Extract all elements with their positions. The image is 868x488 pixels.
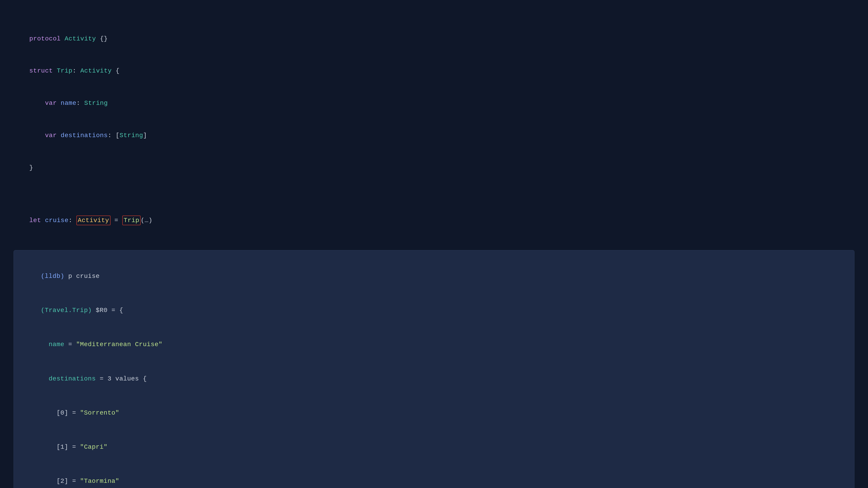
code-line-3: var name: String bbox=[13, 87, 855, 120]
type-trip: Trip bbox=[53, 67, 72, 74]
type-string-2: String bbox=[120, 132, 143, 139]
code-line-2: struct Trip: Activity { bbox=[13, 55, 855, 87]
type-string-1: String bbox=[84, 100, 108, 107]
debug-val-0: "Sorrento" bbox=[80, 410, 119, 416]
parens-ellipsis: (…) bbox=[141, 217, 152, 224]
code-line-5: } bbox=[13, 152, 855, 184]
type-activity: Activity bbox=[61, 35, 100, 42]
code-section: protocol Activity {} struct Trip: Activi… bbox=[13, 13, 855, 188]
colon-1: : bbox=[72, 67, 80, 74]
debug-eq-1: = bbox=[64, 341, 76, 348]
debug-indent-2 bbox=[41, 375, 49, 382]
braces-empty: {} bbox=[100, 35, 108, 42]
colon-2: : bbox=[76, 100, 84, 107]
keyword-let: let bbox=[29, 217, 41, 224]
debug-destinations-label: destinations bbox=[49, 375, 96, 382]
debug-line-5: [0] = "Sorrento" bbox=[25, 396, 843, 430]
keyword-struct: struct bbox=[29, 67, 53, 74]
let-section: let cruise: Activity = Trip(…) bbox=[13, 195, 855, 241]
debug-var: $R0 = { bbox=[92, 307, 123, 314]
keyword-var-1: var bbox=[45, 100, 57, 107]
debug-type: (Travel.Trip) bbox=[41, 307, 92, 314]
debug-line-4: destinations = 3 values { bbox=[25, 362, 843, 396]
indent-1 bbox=[29, 100, 45, 107]
let-line: let cruise: Activity = Trip(…) bbox=[13, 204, 855, 236]
type-trip-highlighted: Trip bbox=[122, 216, 141, 225]
debug-line-2: (Travel.Trip) $R0 = { bbox=[25, 293, 843, 328]
debug-line-3: name = "Mediterranean Cruise" bbox=[25, 328, 843, 362]
var-cruise: cruise bbox=[41, 217, 69, 224]
type-activity-conformance: Activity bbox=[80, 67, 112, 74]
prop-name: name bbox=[57, 100, 76, 107]
keyword-var-2: var bbox=[45, 132, 57, 139]
prop-destinations: destinations bbox=[57, 132, 108, 139]
debug-index-2: [2] = bbox=[41, 478, 80, 485]
lldb-prompt: (lldb) bbox=[41, 273, 64, 280]
debug-line-6: [1] = "Capri" bbox=[25, 430, 843, 464]
debug-line-1: (lldb) p cruise bbox=[25, 259, 843, 293]
brace-open: { bbox=[112, 67, 120, 74]
colon-let: : bbox=[68, 217, 76, 224]
debug-eq-2: = bbox=[96, 375, 107, 382]
debug-line-7: [2] = "Taormina" bbox=[25, 464, 843, 488]
debug-name-label: name bbox=[49, 341, 64, 348]
equals-sign: = bbox=[111, 217, 122, 224]
debug-name-value: "Mediterranean Cruise" bbox=[76, 341, 162, 348]
debug-destinations-count: 3 values { bbox=[107, 375, 147, 382]
type-activity-highlighted: Activity bbox=[76, 216, 111, 225]
indent-2 bbox=[29, 132, 45, 139]
debug-index-0: [0] = bbox=[41, 410, 80, 416]
debug-index-1: [1] = bbox=[41, 444, 80, 451]
code-line-4: var destinations: [String] bbox=[13, 119, 855, 152]
brace-close-1: } bbox=[29, 164, 33, 171]
colon-bracket: : [ bbox=[108, 132, 120, 139]
code-line-1: protocol Activity {} bbox=[13, 23, 855, 55]
keyword-protocol: protocol bbox=[29, 35, 61, 42]
debug-indent-1 bbox=[41, 341, 49, 348]
bracket-close: ] bbox=[143, 132, 147, 139]
debug-command: p cruise bbox=[64, 273, 100, 280]
debug-val-2: "Taormina" bbox=[80, 478, 119, 485]
debug-val-1: "Capri" bbox=[80, 444, 107, 451]
debug-panel: (lldb) p cruise (Travel.Trip) $R0 = { na… bbox=[13, 250, 855, 488]
